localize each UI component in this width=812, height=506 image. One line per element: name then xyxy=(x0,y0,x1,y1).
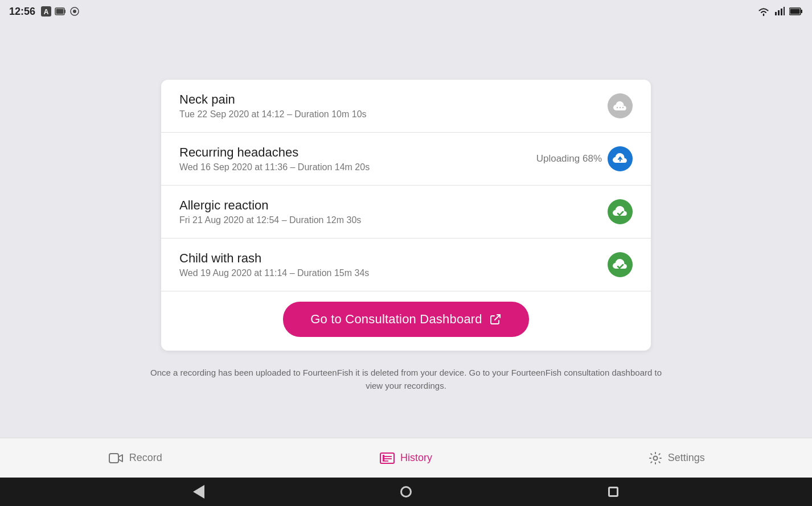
status-bar-left: 12:56 A xyxy=(9,6,80,18)
nav-item-history-inner: History xyxy=(380,452,432,464)
nav-item-record[interactable]: Record xyxy=(0,452,270,464)
recents-button[interactable] xyxy=(605,483,622,500)
record-title-1: Neck pain xyxy=(179,92,367,107)
record-item-3: Allergic reaction Fri 21 Aug 2020 at 12:… xyxy=(161,186,651,238)
svg-rect-18 xyxy=(380,453,394,463)
svg-rect-13 xyxy=(790,9,800,14)
svg-point-25 xyxy=(653,456,657,460)
main-content: Neck pain Tue 22 Sep 2020 at 14:12 – Dur… xyxy=(0,23,812,449)
home-button[interactable] xyxy=(397,483,415,500)
wifi-icon xyxy=(757,6,770,17)
status-bar-right xyxy=(757,6,803,17)
svg-text:A: A xyxy=(44,8,49,16)
record-status-2: Uploading 68% xyxy=(536,146,633,171)
a-icon: A xyxy=(41,6,51,17)
nav-item-record-inner: Record xyxy=(109,452,162,464)
nav-label-settings: Settings xyxy=(668,452,705,464)
recents-icon xyxy=(608,487,618,497)
record-meta-4: Wed 19 Aug 2020 at 11:14 – Duration 15m … xyxy=(179,268,369,278)
svg-rect-10 xyxy=(784,7,785,15)
upload-progress-text: Uploading 68% xyxy=(536,153,602,164)
svg-rect-4 xyxy=(56,9,64,14)
status-icons: A xyxy=(41,6,80,17)
record-meta-3: Fri 21 Aug 2020 at 12:54 – Duration 12m … xyxy=(179,215,361,225)
svg-rect-17 xyxy=(109,454,118,463)
record-title-4: Child with rash xyxy=(179,251,369,266)
record-info-1: Neck pain Tue 22 Sep 2020 at 14:12 – Dur… xyxy=(179,92,367,120)
record-meta-2: Wed 16 Sep 2020 at 11:36 – Duration 14m … xyxy=(179,162,370,172)
record-meta-1: Tue 22 Sep 2020 at 14:12 – Duration 10m … xyxy=(179,109,367,120)
record-title-2: Recurring headaches xyxy=(179,145,370,160)
svg-point-15 xyxy=(620,107,621,108)
battery-right-icon xyxy=(789,7,803,16)
info-text: Once a recording has been uploaded to Fo… xyxy=(150,367,662,392)
status-time: 12:56 xyxy=(9,6,35,18)
svg-rect-3 xyxy=(64,10,65,13)
status-bar: 12:56 A xyxy=(0,0,812,23)
svg-rect-24 xyxy=(383,459,384,461)
back-icon xyxy=(193,485,204,499)
nav-item-settings-inner: Settings xyxy=(649,451,705,465)
record-item-1: Neck pain Tue 22 Sep 2020 at 14:12 – Dur… xyxy=(161,80,651,133)
history-icon xyxy=(380,452,395,464)
svg-point-14 xyxy=(617,107,618,108)
svg-point-16 xyxy=(622,107,624,108)
cloud-uploaded-icon-4 xyxy=(608,252,633,277)
cloud-uploading-icon xyxy=(608,146,633,171)
cloud-pending-icon xyxy=(608,93,633,118)
dashboard-btn-row: Go to Consultation Dashboard xyxy=(161,291,651,351)
bottom-nav: Record History Settings xyxy=(0,438,812,478)
record-info-3: Allergic reaction Fri 21 Aug 2020 at 12:… xyxy=(179,198,361,225)
record-status-3 xyxy=(608,199,633,224)
circle-icon xyxy=(69,6,80,17)
record-item-2: Recurring headaches Wed 16 Sep 2020 at 1… xyxy=(161,133,651,186)
video-icon xyxy=(109,452,124,464)
nav-label-record: Record xyxy=(129,452,162,464)
gear-icon xyxy=(649,451,662,465)
nav-item-history[interactable]: History xyxy=(270,452,541,464)
svg-rect-23 xyxy=(383,457,384,459)
android-nav xyxy=(0,478,812,506)
svg-rect-22 xyxy=(383,455,384,456)
record-status-4 xyxy=(608,252,633,277)
nav-item-settings[interactable]: Settings xyxy=(542,451,812,465)
records-card: Neck pain Tue 22 Sep 2020 at 14:12 – Dur… xyxy=(161,80,651,351)
external-link-icon xyxy=(489,313,502,326)
record-info-4: Child with rash Wed 19 Aug 2020 at 11:14… xyxy=(179,251,369,278)
back-button[interactable] xyxy=(190,483,207,500)
nav-label-history: History xyxy=(400,452,432,464)
cloud-uploaded-icon-3 xyxy=(608,199,633,224)
go-to-dashboard-button[interactable]: Go to Consultation Dashboard xyxy=(283,302,529,337)
svg-point-6 xyxy=(73,10,76,13)
record-status-1 xyxy=(608,93,633,118)
signal-icon xyxy=(774,6,785,17)
record-info-2: Recurring headaches Wed 16 Sep 2020 at 1… xyxy=(179,145,370,172)
dashboard-btn-label: Go to Consultation Dashboard xyxy=(310,312,482,327)
record-item-4: Child with rash Wed 19 Aug 2020 at 11:14… xyxy=(161,238,651,291)
svg-rect-8 xyxy=(778,10,780,15)
home-icon xyxy=(400,486,412,497)
record-title-3: Allergic reaction xyxy=(179,198,361,213)
svg-rect-9 xyxy=(781,9,782,15)
svg-rect-12 xyxy=(801,10,802,13)
battery-icon xyxy=(55,6,66,17)
svg-rect-7 xyxy=(775,12,777,15)
